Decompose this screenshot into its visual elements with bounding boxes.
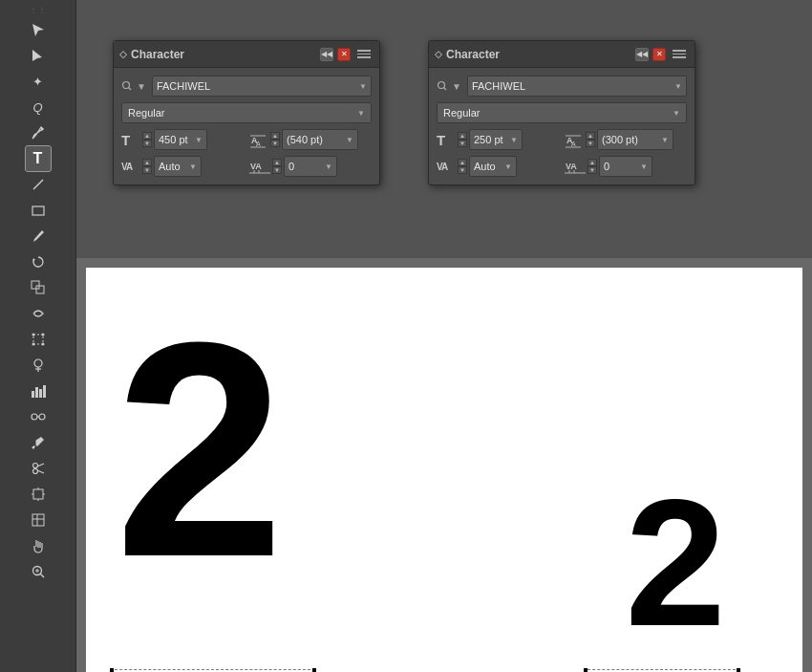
font-style-arrow-left: ▼ (357, 109, 365, 118)
kerning-dropdown-right[interactable]: Auto ▼ (469, 156, 517, 177)
leading-up-left[interactable]: ▲ (270, 132, 280, 140)
brush-tool[interactable] (26, 224, 51, 249)
font-name-dropdown-left[interactable]: FACHIWEL ▼ (152, 76, 372, 97)
font-dropdown-arrow-left: ▼ (359, 82, 367, 91)
direct-select-tool[interactable] (26, 43, 51, 68)
font-size-unit-arrow-right: ▼ (510, 136, 518, 144)
svg-point-0 (40, 128, 43, 131)
font-size-down-right[interactable]: ▼ (458, 140, 467, 147)
svg-point-9 (32, 343, 34, 346)
kerning-value-left: Auto (159, 161, 181, 172)
leading-spinners-left: ▲ ▼ (270, 132, 280, 147)
leading-input-right[interactable]: (300 pt) ▼ (597, 129, 673, 150)
leading-up-right[interactable]: ▲ (586, 132, 595, 140)
magic-wand-tool[interactable]: ✦ (26, 69, 51, 94)
font-name-dropdown-right[interactable]: FACHIWEL ▼ (467, 76, 687, 97)
scissors-tool[interactable] (26, 456, 51, 481)
leading-input-left[interactable]: (540 pt) ▼ (282, 129, 358, 150)
font-size-input-left[interactable]: 450 pt ▼ (154, 129, 207, 150)
blend-tool[interactable] (26, 404, 51, 429)
tracking-down-right[interactable]: ▼ (588, 166, 597, 174)
kerning-down-right[interactable]: ▼ (458, 166, 467, 174)
text-cursor-left (110, 669, 315, 670)
panel-title-area-right: ◇ Character (435, 48, 500, 61)
scale-tool[interactable] (26, 275, 51, 300)
svg-rect-5 (36, 286, 44, 293)
kerning-down-left[interactable]: ▼ (142, 166, 152, 174)
hand-tool[interactable] (26, 533, 51, 558)
svg-rect-15 (43, 385, 46, 398)
kerning-dropdown-left[interactable]: Auto ▼ (154, 156, 202, 177)
tracking-down-left[interactable]: ▼ (272, 166, 282, 174)
font-size-up-right[interactable]: ▲ (458, 132, 467, 140)
kerning-up-left[interactable]: ▲ (142, 159, 152, 166)
text-cursor-right (588, 669, 740, 670)
font-dropdown-arrow-right: ▼ (674, 82, 682, 91)
panel-titlebar-right: ◇ Character ◀◀ ✕ (429, 41, 694, 68)
font-name-value-left: FACHIWEL (157, 80, 210, 92)
panel-menu-right[interactable] (670, 47, 689, 62)
tracking-input-left[interactable]: 0 ▼ (284, 156, 337, 177)
search-icon-left (121, 80, 133, 92)
panel-close-right[interactable]: ✕ (652, 48, 666, 61)
font-size-up-left[interactable]: ▲ (142, 132, 152, 140)
svg-point-8 (41, 334, 44, 336)
tracking-up-left[interactable]: ▲ (272, 159, 282, 166)
svg-rect-2 (32, 206, 44, 215)
canvas-white[interactable]: 2 2 (86, 268, 802, 672)
warp-tool[interactable] (26, 301, 51, 326)
panel-menu-left[interactable] (354, 47, 374, 62)
kerning-up-right[interactable]: ▲ (458, 159, 467, 166)
symbol-sprayer-tool[interactable] (26, 353, 51, 378)
font-size-icon-right: T (437, 132, 456, 148)
leading-down-left[interactable]: ▼ (270, 140, 280, 147)
rotate-tool[interactable] (26, 249, 51, 274)
panel-collapse-left[interactable]: ◀◀ (320, 48, 333, 61)
zoom-tool[interactable] (26, 559, 51, 584)
free-transform-tool[interactable] (26, 327, 51, 352)
leading-arrow-right: ▼ (661, 136, 669, 144)
line-tool[interactable] (26, 172, 51, 197)
tracking-up-right[interactable]: ▲ (588, 159, 597, 166)
canvas-number-right: 2 (625, 471, 726, 653)
svg-rect-14 (39, 389, 42, 398)
svg-text:VA: VA (250, 162, 262, 171)
font-style-dropdown-right[interactable]: Regular ▼ (437, 102, 687, 123)
font-filter-icon-right: ▼ (452, 81, 461, 92)
leading-spinners-right: ▲ ▼ (586, 132, 595, 147)
canvas-number-left: 2 (115, 296, 285, 602)
cursor-handle-left-start (110, 668, 114, 672)
leading-arrow-left: ▼ (346, 136, 353, 144)
pen-tool[interactable] (26, 120, 51, 145)
cursor-handle-left-end (312, 668, 316, 672)
font-style-value-right: Regular (443, 107, 481, 119)
lasso-tool[interactable]: Q (26, 95, 51, 119)
panel-icon-left: ◇ (119, 49, 127, 59)
font-size-down-left[interactable]: ▼ (142, 140, 152, 147)
font-style-dropdown-left[interactable]: Regular ▼ (121, 102, 372, 123)
font-style-arrow-right: ▼ (673, 109, 680, 118)
artboard-tool[interactable] (26, 482, 51, 507)
svg-point-20 (32, 469, 37, 474)
svg-point-35 (123, 82, 130, 89)
type-tool[interactable]: T (26, 146, 51, 171)
slice-tool[interactable] (26, 508, 51, 532)
eyedropper-tool[interactable] (26, 430, 51, 455)
font-size-input-right[interactable]: 250 pt ▼ (469, 129, 523, 150)
kerning-group-right: VA ▲ ▼ Auto ▼ (437, 156, 559, 177)
svg-line-36 (129, 88, 132, 91)
rect-tool[interactable] (26, 198, 51, 223)
character-panel-right: ◇ Character ◀◀ ✕ ▼ FACHIWEL ▼ (428, 40, 695, 185)
size-leading-row-left: T ▲ ▼ 450 pt ▼ AA ▲ ▼ (121, 129, 372, 150)
leading-down-right[interactable]: ▼ (586, 140, 595, 147)
svg-rect-13 (35, 387, 38, 398)
column-graph-tool[interactable] (26, 379, 51, 403)
svg-text:A: A (256, 141, 261, 147)
select-tool[interactable] (26, 17, 51, 42)
panel-close-left[interactable]: ✕ (337, 48, 351, 61)
tracking-input-right[interactable]: 0 ▼ (599, 156, 652, 177)
svg-text:A: A (571, 141, 576, 147)
leading-group-left: AA ▲ ▼ (540 pt) ▼ (249, 129, 372, 150)
panel-collapse-right[interactable]: ◀◀ (635, 48, 649, 61)
font-size-spinners-right: ▲ ▼ (458, 132, 467, 147)
